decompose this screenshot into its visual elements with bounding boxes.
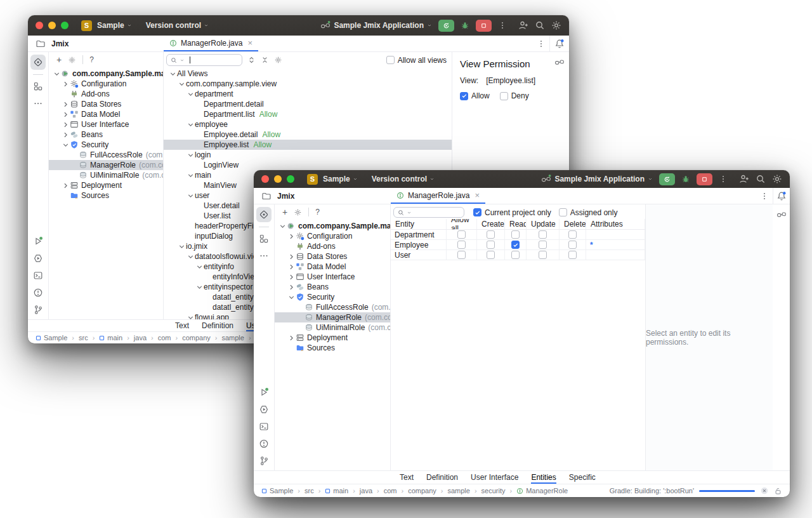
permission-checkbox[interactable]: [539, 241, 547, 249]
project-tree-item[interactable]: FullAccessRole(com.company.: [49, 150, 163, 160]
designer-tab-definition[interactable]: Definition: [426, 471, 458, 484]
lock-icon[interactable]: [774, 487, 782, 495]
tree-chevron[interactable]: [187, 151, 195, 159]
titlebar[interactable]: S Sample Version control Sample Jmix App…: [28, 15, 569, 36]
view-tree-item[interactable]: LoginView: [164, 160, 452, 170]
breadcrumb-item[interactable]: security: [481, 487, 506, 495]
traffic-lights[interactable]: [261, 175, 294, 183]
tree-chevron[interactable]: [62, 131, 70, 139]
breadcrumb-item[interactable]: company: [182, 334, 211, 342]
permission-checkbox[interactable]: [511, 251, 520, 259]
project-tree-item[interactable]: Beans: [275, 282, 390, 292]
breadcrumb-item[interactable]: Sample: [36, 334, 67, 342]
deny-option[interactable]: Deny: [500, 91, 529, 100]
project-tree-item[interactable]: com.company.Sample.main: [49, 69, 163, 79]
view-tree-item[interactable]: Department.listAllow: [164, 109, 452, 119]
project-tree-item[interactable]: UiMinimalRole(com.company.s: [275, 322, 390, 333]
run-tool-button[interactable]: [256, 385, 272, 400]
run-tool-button[interactable]: [30, 234, 46, 249]
traffic-lights[interactable]: [36, 22, 69, 29]
project-tree-item[interactable]: Add-ons: [49, 89, 163, 99]
breadcrumb-item[interactable]: com: [158, 334, 171, 342]
debug-icon[interactable]: [681, 175, 690, 183]
tree-chevron[interactable]: [62, 182, 70, 190]
tab-options-icon[interactable]: [537, 39, 546, 48]
filter-option[interactable]: Assigned only: [559, 208, 618, 217]
designer-tab-definition[interactable]: Definition: [202, 320, 233, 331]
tree-chevron[interactable]: [287, 232, 296, 241]
view-tree-item[interactable]: com.company.sample.view: [164, 79, 452, 89]
tree-chevron[interactable]: [187, 314, 195, 320]
breadcrumb-item[interactable]: ManagerRole: [516, 487, 568, 495]
minimize-window-button[interactable]: [274, 175, 282, 183]
tree-chevron[interactable]: [287, 253, 296, 261]
structure-tool-button[interactable]: [30, 79, 46, 94]
view-options-gear-icon[interactable]: [274, 56, 282, 64]
project-tree-item[interactable]: ManagerRole(com.company.sa: [275, 312, 390, 322]
permission-checkbox[interactable]: [511, 230, 520, 239]
tab-close-icon[interactable]: ×: [247, 38, 252, 48]
jmix-tool-button[interactable]: [30, 55, 46, 70]
view-tree-item[interactable]: login: [164, 150, 452, 160]
allow-all-views-checkbox[interactable]: [386, 56, 395, 64]
permission-checkbox[interactable]: [568, 241, 577, 249]
project-tree-item[interactable]: Data Model: [49, 109, 163, 119]
zoom-window-button[interactable]: [287, 175, 294, 183]
add-user-icon[interactable]: [739, 174, 749, 184]
tree-settings-icon[interactable]: [294, 208, 302, 216]
tab-close-icon[interactable]: ×: [475, 190, 480, 200]
permission-checkbox[interactable]: [457, 251, 466, 259]
debug-icon[interactable]: [461, 21, 469, 30]
jmix-logo-icon[interactable]: [776, 209, 787, 220]
project-tree-item[interactable]: Data Stores: [275, 251, 390, 262]
breadcrumb-item[interactable]: main: [325, 487, 348, 495]
project-folder-icon[interactable]: [261, 191, 272, 201]
editor-tab-managerrole[interactable]: ManagerRole.java ×: [391, 188, 485, 204]
views-search-input[interactable]: [166, 54, 242, 66]
designer-tab-user-interface[interactable]: User Interface: [471, 471, 518, 484]
titlebar[interactable]: S Sample Version control Sample Jmix App…: [254, 170, 790, 188]
project-tree-item[interactable]: Configuration: [49, 79, 163, 89]
more-tools-button[interactable]: [30, 96, 46, 111]
view-tree-item[interactable]: department: [164, 89, 452, 99]
allow-option[interactable]: Allow: [460, 91, 490, 100]
tree-chevron[interactable]: [187, 90, 195, 98]
vcs-menu[interactable]: Version control: [146, 21, 209, 30]
view-tree-item[interactable]: Employee.listAllow: [164, 140, 452, 150]
filter-option[interactable]: Current project only: [473, 208, 551, 217]
notifications-bell-icon[interactable]: [776, 191, 787, 201]
breadcrumb-item[interactable]: src: [304, 487, 314, 495]
project-tree-item[interactable]: Security: [49, 140, 163, 150]
tree-chevron[interactable]: [187, 171, 195, 180]
tree-chevron[interactable]: [287, 293, 296, 302]
tree-chevron[interactable]: [287, 283, 296, 291]
tree-chevron[interactable]: [195, 263, 204, 271]
project-tree-item[interactable]: Beans: [49, 130, 163, 140]
permission-checkbox[interactable]: [539, 230, 547, 239]
permission-checkbox[interactable]: [511, 241, 520, 249]
tree-chevron[interactable]: [287, 273, 296, 281]
breadcrumb-item[interactable]: sample: [447, 487, 469, 495]
permission-checkbox[interactable]: [539, 251, 547, 259]
tree-chevron[interactable]: [178, 80, 186, 88]
breadcrumb-item[interactable]: Sample: [261, 487, 293, 495]
breadcrumb-item[interactable]: main: [99, 334, 122, 342]
settings-gear-icon[interactable]: [772, 174, 782, 184]
stop-button[interactable]: [697, 173, 712, 185]
project-tree-item[interactable]: User Interface: [49, 119, 163, 130]
permission-checkbox[interactable]: [568, 251, 577, 259]
tree-chevron[interactable]: [62, 110, 70, 119]
view-tree-item[interactable]: Employee.detailAllow: [164, 130, 452, 140]
designer-tab-specific[interactable]: Specific: [569, 471, 596, 484]
run-button[interactable]: [659, 173, 675, 185]
tree-chevron[interactable]: [169, 70, 177, 78]
tree-chevron[interactable]: [187, 192, 195, 200]
add-icon[interactable]: +: [282, 207, 287, 217]
designer-tab-entities[interactable]: Entities: [531, 471, 556, 484]
vcs-tool-button[interactable]: [30, 302, 46, 317]
zoom-window-button[interactable]: [61, 22, 69, 29]
breadcrumb-item[interactable]: sample: [221, 334, 244, 342]
tree-chevron[interactable]: [287, 263, 296, 271]
project-tree-item[interactable]: UiMinimalRole(com.company.s: [49, 170, 163, 180]
close-window-button[interactable]: [36, 22, 43, 29]
